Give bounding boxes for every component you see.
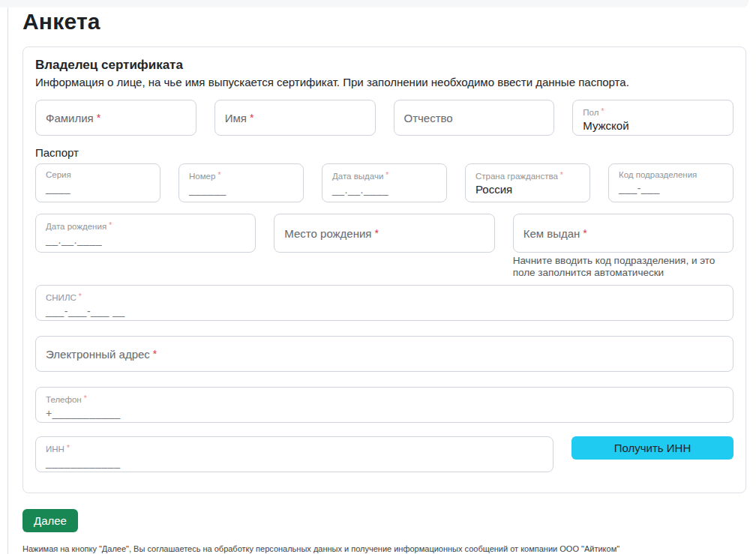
snils-mask: ___-___-___ __ <box>46 304 723 319</box>
citizenship-value: Россия <box>476 182 580 197</box>
phone-required-marker: * <box>84 394 87 403</box>
lastname-required-marker: * <box>97 112 100 124</box>
department-code-mask: ___-___ <box>619 181 723 196</box>
gender-label: Пол* <box>583 106 723 118</box>
email-input[interactable]: Электронный адрес* <box>35 336 734 372</box>
passport-series-mask: ____ <box>46 181 150 196</box>
issued-by-input[interactable]: Кем выдан* <box>513 214 734 253</box>
snils-required-marker: * <box>79 292 82 301</box>
passport-number-required-marker: * <box>218 171 220 179</box>
passport-series-input[interactable]: Серия ____ <box>35 163 160 202</box>
middlename-placeholder: Отчество <box>404 112 453 124</box>
issued-by-required-marker: * <box>583 227 586 239</box>
citizenship-select[interactable]: Страна гражданства* Россия <box>465 163 590 202</box>
inn-row: ИНН* ____________ Получить ИНН <box>35 436 734 472</box>
citizenship-label: Страна гражданства* <box>476 169 580 182</box>
top-header-strip <box>0 0 748 7</box>
department-code-label: Код подразделения <box>619 169 723 181</box>
card-description: Информация о лице, на чье имя выпускаетс… <box>35 75 734 90</box>
gender-value: Мужской <box>583 118 723 133</box>
certificate-owner-card: Владелец сертификата Информация о лице, … <box>22 46 746 493</box>
birth-row: Дата рождения* __.__.____ Место рождения… <box>35 214 734 279</box>
phone-mask: +___________ <box>46 406 723 421</box>
issue-date-mask: __.__.____ <box>332 182 436 197</box>
phone-label: Телефон* <box>46 393 723 406</box>
left-divider <box>8 7 8 554</box>
issue-date-required-marker: * <box>386 171 388 179</box>
firstname-input[interactable]: Имя* <box>214 100 376 136</box>
firstname-placeholder: Имя <box>225 112 247 124</box>
birth-date-mask: __.__.____ <box>46 232 245 247</box>
passport-series-label: Серия <box>46 169 150 181</box>
phone-input[interactable]: Телефон* +___________ <box>35 387 734 423</box>
page-title: Анкета <box>22 9 747 34</box>
consent-note: Нажимая на кнопку "Далее", Вы соглашаете… <box>22 544 747 554</box>
lastname-input[interactable]: Фамилия* <box>35 100 196 136</box>
department-code-input[interactable]: Код подразделения ___-___ <box>608 163 734 202</box>
birth-date-col: Дата рождения* __.__.____ <box>35 214 256 279</box>
email-required-marker: * <box>153 348 157 360</box>
gender-required-marker: * <box>601 107 604 115</box>
birth-place-required-marker: * <box>374 227 378 239</box>
card-heading: Владелец сертификата <box>35 57 734 73</box>
gender-select[interactable]: Пол* Мужской <box>572 100 734 136</box>
lastname-placeholder: Фамилия <box>46 112 94 124</box>
issued-by-placeholder: Кем выдан <box>524 227 580 240</box>
passport-number-label: Номер* <box>189 169 293 182</box>
inn-mask: ____________ <box>46 455 543 470</box>
questionnaire-page: Анкета Владелец сертификата Информация о… <box>22 9 747 554</box>
issued-by-col: Кем выдан* Начните вводить код подраздел… <box>513 214 734 279</box>
department-hint: Начните вводить код подразделения, и это… <box>513 255 734 279</box>
middlename-input[interactable]: Отчество <box>394 100 555 136</box>
birth-place-input[interactable]: Место рождения* <box>274 214 494 253</box>
passport-section-label: Паспорт <box>35 146 734 159</box>
issue-date-input[interactable]: Дата выдачи* __.__.____ <box>322 163 447 202</box>
name-row: Фамилия* Имя* Отчество Пол* Мужской <box>35 100 734 136</box>
citizenship-required-marker: * <box>560 171 563 179</box>
snils-label: СНИЛС* <box>46 291 723 304</box>
issue-date-label: Дата выдачи* <box>332 169 436 182</box>
birth-date-label: Дата рождения* <box>46 220 245 232</box>
birth-date-required-marker: * <box>109 221 112 229</box>
passport-row: Серия ____ Номер* ______ Дата выдачи* __… <box>35 163 734 202</box>
inn-label: ИНН* <box>46 442 543 455</box>
firstname-required-marker: * <box>250 112 254 124</box>
get-inn-button[interactable]: Получить ИНН <box>572 436 734 460</box>
birth-date-input[interactable]: Дата рождения* __.__.____ <box>35 214 256 253</box>
passport-number-input[interactable]: Номер* ______ <box>178 163 304 202</box>
snils-input[interactable]: СНИЛС* ___-___-___ __ <box>35 285 734 321</box>
birth-place-col: Место рождения* <box>274 214 494 279</box>
inn-required-marker: * <box>67 444 70 452</box>
passport-number-mask: ______ <box>189 182 293 197</box>
email-placeholder: Электронный адрес <box>46 348 150 361</box>
inn-input[interactable]: ИНН* ____________ <box>35 436 554 472</box>
birth-place-placeholder: Место рождения <box>284 227 371 240</box>
next-button[interactable]: Далее <box>22 509 78 532</box>
